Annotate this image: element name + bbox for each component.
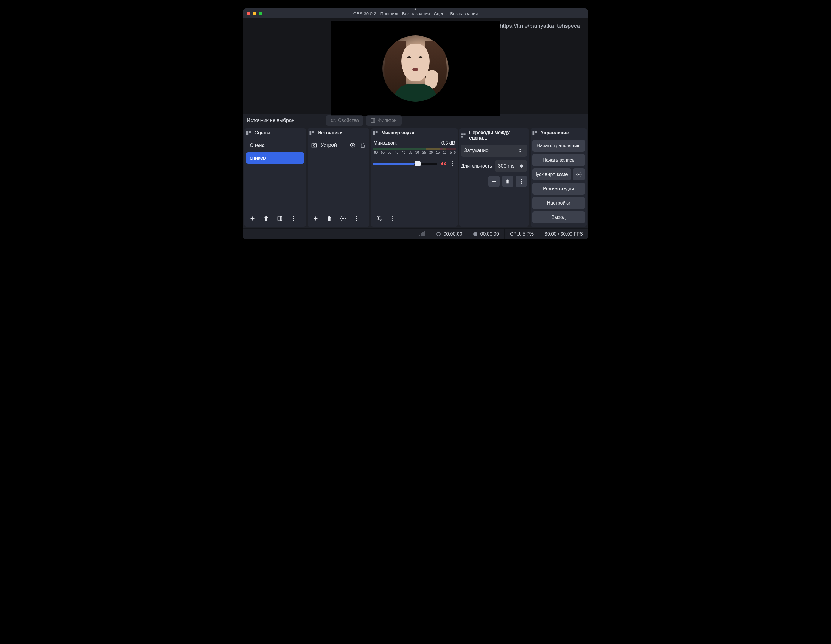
svg-point-32: [380, 219, 381, 221]
network-status[interactable]: [413, 229, 431, 239]
svg-rect-43: [535, 131, 537, 133]
gear-icon: [330, 118, 336, 123]
fps-status[interactable]: 30.00 / 30.00 FPS: [539, 229, 588, 239]
minimize-window-button[interactable]: [253, 12, 256, 15]
status-bar: 00:00:00 00:00:00 CPU: 5.7% 30.00 / 30.0…: [243, 228, 588, 239]
svg-rect-25: [373, 133, 375, 135]
svg-point-10: [293, 216, 294, 217]
scene-item[interactable]: спикер: [246, 152, 304, 164]
window-title: OBS 30.0.2 - Профиль: Без названия - Сце…: [243, 11, 588, 16]
svg-rect-36: [461, 133, 463, 135]
source-name: Устрой: [321, 142, 346, 148]
scene-item[interactable]: Сцена: [246, 140, 304, 151]
preview-canvas[interactable]: [331, 21, 500, 116]
remove-scene-button[interactable]: [261, 213, 272, 224]
channel-menu-button[interactable]: [449, 159, 456, 168]
add-source-button[interactable]: [310, 213, 321, 224]
transitions-title: Переходы между сцена…: [469, 130, 526, 141]
start-streaming-button[interactable]: Начать трансляцию: [532, 140, 585, 152]
visibility-eye-icon[interactable]: [349, 142, 356, 149]
svg-rect-18: [361, 145, 365, 147]
record-status[interactable]: 00:00:00: [468, 229, 504, 239]
transition-select[interactable]: Затухание: [461, 145, 527, 156]
watermark-text: https://t.me/pamyatka_tehspeca: [500, 23, 580, 29]
svg-point-40: [521, 181, 522, 182]
start-virtual-camera-button[interactable]: іуск вирт. каме: [532, 169, 571, 180]
svg-point-41: [521, 183, 522, 184]
close-window-button[interactable]: [247, 12, 250, 15]
docks-row: Сцены Сцена спикер Источники: [243, 127, 588, 228]
svg-rect-14: [312, 131, 314, 133]
source-filters-button[interactable]: Фильтры: [366, 115, 401, 126]
dock-grip-icon[interactable]: [532, 130, 538, 136]
svg-rect-44: [533, 133, 535, 135]
lock-icon[interactable]: [359, 142, 366, 149]
mixer-menu-button[interactable]: [387, 213, 398, 224]
source-menu-button[interactable]: [351, 213, 363, 224]
controls-title: Управление: [541, 130, 569, 135]
transition-menu-button[interactable]: [516, 175, 527, 187]
controls-panel: Управление Начать трансляцию Начать запи…: [530, 128, 587, 226]
audio-meter: -60-55-50-45-40-35-30-25-20-15-10-50: [373, 147, 456, 155]
resize-cursor-icon: ⇕: [414, 8, 417, 11]
duration-spinner[interactable]: 300 ms: [495, 160, 527, 172]
volume-slider[interactable]: [373, 163, 437, 164]
svg-point-34: [392, 218, 393, 219]
svg-point-22: [356, 220, 357, 221]
svg-point-16: [313, 145, 315, 147]
remove-source-button[interactable]: [324, 213, 335, 224]
dock-grip-icon[interactable]: [372, 130, 378, 136]
signal-bars-icon: [419, 232, 425, 236]
meter-ticks: -60-55-50-45-40-35-30-25-20-15-10-50: [373, 151, 456, 155]
source-item[interactable]: Устрой: [309, 140, 368, 151]
chevron-updown-icon: [520, 164, 524, 168]
preview-area[interactable]: https://t.me/pamyatka_tehspeca: [243, 19, 588, 114]
svg-point-17: [352, 144, 353, 146]
source-properties-button[interactable]: Свойства: [326, 115, 363, 126]
mute-icon[interactable]: [439, 160, 446, 167]
svg-point-21: [356, 218, 357, 219]
svg-rect-5: [249, 131, 251, 133]
mixer-channel-name: Микр./доп.: [374, 140, 397, 146]
start-recording-button[interactable]: Начать запись: [532, 154, 585, 166]
svg-point-35: [392, 220, 393, 221]
settings-button[interactable]: Настройки: [532, 197, 585, 209]
virtual-camera-settings-button[interactable]: [573, 169, 585, 180]
add-transition-button[interactable]: [488, 175, 500, 187]
source-properties-button[interactable]: [337, 213, 349, 224]
dock-grip-icon[interactable]: [460, 132, 466, 138]
scenes-title: Сцены: [255, 130, 271, 135]
scene-filter-button[interactable]: [274, 213, 285, 224]
svg-point-30: [452, 165, 453, 166]
svg-point-12: [293, 220, 294, 221]
volume-thumb[interactable]: [415, 161, 420, 166]
svg-rect-13: [309, 131, 312, 133]
transitions-panel: Переходы между сцена… Затухание Длительн…: [459, 128, 529, 226]
svg-rect-6: [247, 133, 248, 135]
mixer-settings-button[interactable]: [374, 213, 385, 224]
titlebar[interactable]: ⇕ OBS 30.0.2 - Профиль: Без названия - С…: [243, 8, 588, 19]
svg-point-20: [356, 216, 357, 217]
mixer-level-readout: 0.5 dB: [441, 140, 455, 146]
svg-rect-42: [533, 131, 535, 133]
record-indicator-icon: [473, 232, 478, 236]
scene-menu-button[interactable]: [288, 213, 299, 224]
maximize-window-button[interactable]: [259, 12, 262, 15]
svg-point-45: [578, 174, 580, 175]
sources-list[interactable]: Устрой: [307, 138, 369, 210]
add-scene-button[interactable]: [247, 213, 258, 224]
dock-grip-icon[interactable]: [309, 130, 315, 136]
cpu-status[interactable]: CPU: 5.7%: [504, 229, 539, 239]
stream-status[interactable]: 00:00:00: [431, 229, 467, 239]
studio-mode-button[interactable]: Режим студии: [532, 183, 585, 195]
remove-transition-button[interactable]: [502, 175, 513, 187]
scenes-list[interactable]: Сцена спикер: [244, 138, 306, 210]
svg-rect-24: [376, 131, 378, 133]
mixer-title: Микшер звука: [381, 130, 414, 135]
chevron-updown-icon: [519, 149, 524, 152]
record-time: 00:00:00: [481, 231, 499, 237]
dock-grip-icon[interactable]: [245, 130, 252, 136]
webcam-circle-crop[interactable]: [382, 35, 449, 102]
mixer-panel: Микшер звука Микр./доп. 0.5 dB -60-55-50…: [371, 128, 457, 226]
exit-button[interactable]: Выход: [532, 211, 585, 223]
